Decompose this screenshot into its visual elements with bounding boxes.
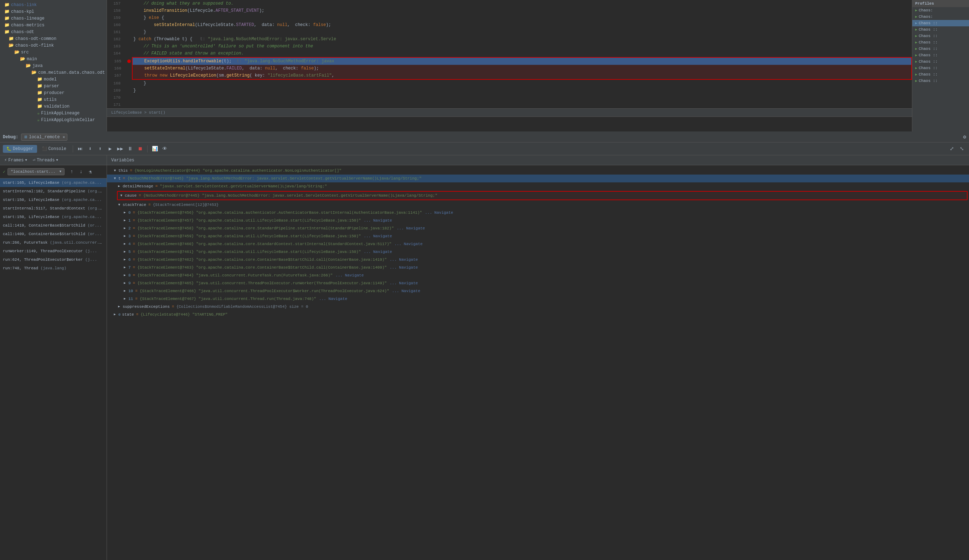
- navigate-link-7[interactable]: ... Navigate: [390, 264, 418, 271]
- tree-item-utils[interactable]: 📁 utils: [0, 96, 107, 103]
- var-stack-9[interactable]: 9 = {StackTraceElement@7465} "java.util.…: [107, 279, 969, 287]
- step-into-button[interactable]: ⬇: [86, 145, 95, 153]
- threads-header-item[interactable]: ⏎ Threads ▼: [32, 157, 60, 163]
- expand-detail-icon[interactable]: [117, 184, 121, 188]
- profiles-item-1[interactable]: ▶ Chaos:: [912, 7, 969, 13]
- navigate-link-8[interactable]: ... Navigate: [335, 272, 364, 279]
- run-to-cursor-button[interactable]: ▶: [106, 145, 115, 153]
- tree-item-com-meituan[interactable]: 📂 com.meituan.data.chaos.odt: [0, 69, 107, 76]
- var-stack-trace[interactable]: stackTrace = {StackTraceElement[12]@7453…: [107, 201, 969, 209]
- navigate-link-10[interactable]: ... Navigate: [392, 288, 420, 294]
- var-stack-4[interactable]: 4 = {StackTraceElement@7460} "org.apache…: [107, 240, 969, 248]
- profiles-item-4[interactable]: ▶ Chaos ::: [912, 27, 969, 33]
- var-this[interactable]: this = {NonLoginAuthenticator@7444} "org…: [107, 167, 969, 174]
- tree-item-chaos-metrics[interactable]: 📁 chaos-metrics: [0, 22, 107, 28]
- resume-button[interactable]: ▶▶: [116, 145, 125, 153]
- thread-dropdown[interactable]: "localhost-start... ▼: [7, 168, 65, 175]
- frame-item-5[interactable]: call:1419, ContainerBase$StartChild (or.…: [0, 221, 107, 230]
- tree-item-java[interactable]: 📂 java: [0, 62, 107, 69]
- thread-down-button[interactable]: ↓: [77, 168, 85, 176]
- tree-item-flink-app-log[interactable]: ☕ FlinkAppLogSinkCellar: [0, 116, 107, 123]
- expand-state-icon[interactable]: [113, 312, 117, 317]
- expand-s2-icon[interactable]: [123, 226, 127, 231]
- expand-s6-icon[interactable]: [123, 258, 127, 262]
- step-out-button[interactable]: ⬆: [96, 145, 105, 153]
- expand-s7-icon[interactable]: [123, 265, 127, 270]
- close-config-icon[interactable]: ✕: [63, 135, 65, 139]
- navigate-link-9[interactable]: ... Navigate: [390, 280, 418, 286]
- navigate-link-6[interactable]: ... Navigate: [390, 256, 418, 263]
- var-state[interactable]: e state = {LifecycleState@7446} "STARTIN…: [107, 311, 969, 319]
- expand-suppressed-icon[interactable]: [117, 304, 121, 309]
- expand-this-icon[interactable]: [113, 168, 117, 173]
- var-stack-6[interactable]: 6 = {StackTraceElement@7462} "org.apache…: [107, 256, 969, 264]
- expand-s8-icon[interactable]: [123, 273, 127, 278]
- frame-item-3[interactable]: startInternal:5117, StandardContext (org…: [0, 204, 107, 213]
- profiles-item-8[interactable]: ▶ Chaos ::: [912, 52, 969, 58]
- expand-panel-button[interactable]: ⤢: [947, 145, 956, 153]
- expand-cause-icon[interactable]: [119, 193, 123, 198]
- profiles-item-11[interactable]: ▶ Chaos ::: [912, 71, 969, 78]
- frame-item-2[interactable]: start:150, LifecycleBase (org.apache.ca.…: [0, 196, 107, 204]
- tab-console[interactable]: ⬛ Console: [38, 145, 70, 153]
- frame-item-7[interactable]: run:266, FutureTask (java.util.concurrer…: [0, 238, 107, 247]
- expand-s11-icon[interactable]: [123, 297, 127, 301]
- var-stack-7[interactable]: 7 = {StackTraceElement@7463} "org.apache…: [107, 264, 969, 271]
- collapse-panel-button[interactable]: ⤡: [957, 145, 966, 153]
- tree-item-main[interactable]: 📂 main: [0, 56, 107, 62]
- expand-stacktrace-icon[interactable]: [117, 203, 121, 207]
- navigate-link-5[interactable]: ... Navigate: [364, 249, 392, 255]
- stop-button[interactable]: ⏹: [136, 145, 144, 153]
- frame-item-0[interactable]: start:165, LifecycleBase (org.apache.ca.…: [0, 178, 107, 187]
- thread-filter-button[interactable]: ⚗: [86, 168, 95, 176]
- tree-item-chaos-odt-flink[interactable]: 📂 chaos-odt-flink: [0, 42, 107, 49]
- tree-item-producer[interactable]: 📁 producer: [0, 90, 107, 96]
- navigate-link-3[interactable]: ... Navigate: [364, 233, 392, 239]
- expand-s9-icon[interactable]: [123, 281, 127, 285]
- tree-item-src[interactable]: 📂 src: [0, 49, 107, 56]
- var-stack-3[interactable]: 3 = {StackTraceElement@7459} "org.apache…: [107, 232, 969, 240]
- navigate-link-2[interactable]: ... Navigate: [397, 225, 425, 231]
- expand-s4-icon[interactable]: [123, 242, 127, 246]
- var-stack-5[interactable]: 5 = {StackTraceElement@7461} "org.apache…: [107, 248, 969, 256]
- tree-item-chaos-link[interactable]: 📁 chaos-link: [0, 2, 107, 8]
- frame-item-10[interactable]: run:748, Thread (java.lang): [0, 264, 107, 273]
- var-stack-2[interactable]: 2 = {StackTraceElement@7458} "org.apache…: [107, 224, 969, 232]
- frames-header-item[interactable]: ⚡ Frames ▼: [3, 157, 28, 163]
- var-cause[interactable]: cause = {NoSuchMethodError@7445} "java.l…: [118, 192, 967, 199]
- expand-s10-icon[interactable]: [123, 289, 127, 293]
- tree-item-flink-app-lineage[interactable]: ☕ FlinkAppLineage: [0, 110, 107, 116]
- profiles-item-2[interactable]: ▶ Chaos:: [912, 13, 969, 20]
- var-detail-message[interactable]: detailMessage = "javax.servlet.ServletCo…: [107, 183, 969, 190]
- tree-item-model[interactable]: 📁 model: [0, 76, 107, 83]
- watches-button[interactable]: 👁: [160, 145, 169, 153]
- navigate-link-11[interactable]: ... Navigate: [319, 296, 347, 302]
- var-stack-11[interactable]: 11 = {StackTraceElement@7467} "java.util…: [107, 295, 969, 303]
- tree-item-chaos-lineage[interactable]: 📁 chaos-lineage: [0, 15, 107, 22]
- var-t[interactable]: t = {NoSuchMethodError@7445} "java.lang.…: [107, 174, 969, 183]
- frame-item-8[interactable]: runWorker:1149, ThreadPoolExecutor (j...: [0, 247, 107, 256]
- profiles-item-5[interactable]: ▶ Chaos ::: [912, 33, 969, 39]
- tree-item-chaos-kpl[interactable]: 📁 chaos-kpl: [0, 8, 107, 15]
- var-stack-0[interactable]: 0 = {StackTraceElement@7456} "org.apache…: [107, 209, 969, 217]
- frame-item-6[interactable]: call:1409, ContainerBase$StartChild (or.…: [0, 230, 107, 238]
- tab-debugger[interactable]: 🐛 Debugger: [3, 145, 37, 153]
- frame-item-9[interactable]: run:624, ThreadPoolExecutor$Worker (j...: [0, 256, 107, 264]
- navigate-link-1[interactable]: ... Navigate: [364, 217, 392, 224]
- navigate-link-4[interactable]: ... Navigate: [394, 241, 423, 247]
- frame-item-1[interactable]: startInternal:182, StandardPipeline (org…: [0, 187, 107, 196]
- expand-s0-icon[interactable]: [123, 211, 127, 215]
- var-suppressed[interactable]: suppressedExceptions = {Collections$Unmo…: [107, 303, 969, 311]
- expand-s3-icon[interactable]: [123, 234, 127, 238]
- tree-item-chaos-odt[interactable]: 📁 chaos-odt: [0, 28, 107, 35]
- profiles-item-7[interactable]: ▶ Chaos ::: [912, 46, 969, 52]
- tree-item-parser[interactable]: 📁 parser: [0, 83, 107, 90]
- profiles-item-3[interactable]: ▶ Chaos ::: [912, 20, 969, 27]
- evaluate-button[interactable]: 📊: [150, 145, 159, 153]
- tree-item-validation[interactable]: 📁 validation: [0, 103, 107, 110]
- profiles-item-12[interactable]: ▶ Chaos ::: [912, 78, 969, 84]
- thread-up-button[interactable]: ↑: [67, 168, 76, 176]
- pause-button[interactable]: ⏸: [126, 145, 135, 153]
- expand-s5-icon[interactable]: [123, 250, 127, 254]
- debug-config-selector[interactable]: 🖥 local_remote ✕: [21, 134, 67, 141]
